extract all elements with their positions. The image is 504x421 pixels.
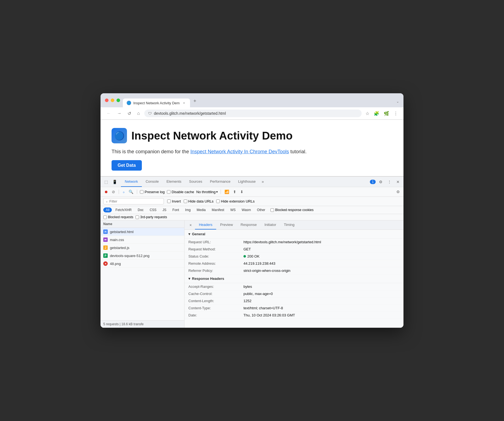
header-row-cache-control: Cache-Control: public, max-age=0: [185, 290, 403, 297]
list-item[interactable]: H getstarted.html: [101, 228, 184, 236]
security-icon: 🛡: [148, 111, 152, 116]
filter-options: Invert Hide data URLs Hide extension URL…: [167, 199, 254, 203]
console-badge[interactable]: 1: [370, 180, 376, 184]
third-party-checkbox[interactable]: [136, 215, 139, 219]
header-row-accept-ranges: Accept-Ranges: bytes: [185, 283, 403, 290]
filter-manifest[interactable]: Manifest: [209, 207, 227, 212]
device-toolbar-icon[interactable]: 📱: [111, 177, 119, 186]
tab-sources[interactable]: Sources: [185, 177, 206, 187]
blocked-cookies-toggle[interactable]: Blocked response cookies: [270, 208, 313, 212]
preserve-log-toggle[interactable]: Preserve log: [140, 190, 165, 194]
disable-cache-toggle[interactable]: Disable cache: [167, 190, 194, 194]
back-button[interactable]: ←: [105, 110, 113, 117]
throttle-label: No throttling: [196, 190, 216, 194]
filter-fetch-xhr[interactable]: Fetch/XHR: [113, 207, 134, 212]
tab-favicon: 🌐: [127, 101, 131, 105]
header-row-status-code: Status Code: 200 OK: [185, 253, 403, 260]
extensions-icon[interactable]: 🧩: [373, 110, 380, 117]
tab-more[interactable]: »: [259, 177, 266, 187]
preserve-log-checkbox[interactable]: [140, 190, 143, 194]
filter-other[interactable]: Other: [254, 207, 268, 212]
list-item[interactable]: ✕ 48.png: [101, 260, 184, 268]
url-bar[interactable]: 🛡 devtools.glitch.me/network/getstarted.…: [144, 110, 362, 117]
blocked-requests-toggle[interactable]: Blocked requests: [103, 215, 133, 219]
record-stop-icon[interactable]: ⏺: [103, 189, 109, 195]
detail-tab-preview[interactable]: Preview: [216, 220, 237, 229]
referrer-policy-key: Referrer Policy:: [188, 269, 243, 273]
active-tab[interactable]: 🌐 Inspect Network Activity Dem ×: [123, 99, 190, 107]
close-devtools-icon[interactable]: ✕: [395, 178, 401, 186]
throttle-select-wrap[interactable]: No throttling ▾: [196, 190, 218, 194]
menu-icon[interactable]: ⋮: [392, 110, 399, 117]
filter-doc[interactable]: Doc: [135, 207, 146, 212]
list-item[interactable]: ✏ main.css: [101, 236, 184, 244]
inspect-element-icon[interactable]: ⬚: [103, 177, 110, 186]
search-icon[interactable]: 🔍: [128, 189, 134, 195]
clear-icon[interactable]: ⊘: [111, 189, 116, 195]
browser-window: 🌐 Inspect Network Activity Dem × + ⌄ ← →…: [101, 93, 403, 328]
blocked-cookies-checkbox[interactable]: [270, 208, 274, 212]
general-section-header[interactable]: ▾ General: [185, 230, 403, 239]
page-title: Inspect Network Activity Demo: [131, 130, 292, 142]
settings-icon[interactable]: ⚙: [377, 178, 384, 186]
disable-cache-checkbox[interactable]: [167, 190, 170, 194]
list-item[interactable]: J getstarted.js: [101, 244, 184, 252]
filter-wasm[interactable]: Wasm: [239, 207, 254, 212]
bookmark-icon[interactable]: ☆: [364, 110, 370, 117]
network-settings-icon[interactable]: ⚙: [395, 189, 401, 195]
more-options-icon[interactable]: ⋮: [386, 178, 393, 186]
tab-console[interactable]: Console: [142, 177, 163, 187]
page-subtitle: This is the companion demo for the Inspe…: [112, 149, 392, 155]
filter-media[interactable]: Media: [194, 207, 208, 212]
filter-icon[interactable]: ⬦: [122, 189, 126, 195]
tab-close-button[interactable]: ×: [182, 101, 186, 105]
new-tab-button[interactable]: +: [191, 97, 199, 107]
hide-extension-urls-toggle[interactable]: Hide extension URLs: [216, 199, 254, 203]
filter-js[interactable]: JS: [160, 207, 169, 212]
filter-img[interactable]: Img: [183, 207, 193, 212]
detail-tab-headers[interactable]: Headers: [195, 220, 216, 229]
response-section-header[interactable]: ▾ Response Headers: [185, 274, 403, 283]
filter-input[interactable]: [109, 199, 148, 203]
tab-overflow-button[interactable]: ⌄: [396, 100, 399, 107]
filter-funnel-icon: ⬦: [106, 199, 108, 203]
filter-ws[interactable]: WS: [228, 207, 238, 212]
subtitle-link[interactable]: Inspect Network Activity In Chrome DevTo…: [190, 149, 289, 154]
filter-css[interactable]: CSS: [147, 207, 159, 212]
third-party-toggle[interactable]: 3rd-party requests: [136, 215, 167, 219]
hide-data-urls-checkbox[interactable]: [184, 199, 187, 203]
detail-tab-timing[interactable]: Timing: [280, 220, 299, 229]
import-har-icon[interactable]: ⬆: [232, 189, 237, 195]
detail-close-button[interactable]: ×: [187, 221, 194, 229]
home-button[interactable]: ⌂: [136, 110, 142, 117]
list-item[interactable]: P devtools-square-512.png: [101, 252, 184, 260]
tab-title: Inspect Network Activity Dem: [133, 101, 180, 105]
network-conditions-icon[interactable]: 📶: [224, 189, 230, 195]
forward-button[interactable]: →: [115, 110, 123, 117]
refresh-button[interactable]: ↺: [126, 110, 133, 117]
browser-toolbar-right: ☆ 🧩 🌿 ⋮: [364, 110, 399, 117]
tab-network[interactable]: Network: [121, 177, 142, 187]
close-traffic-light[interactable]: [105, 99, 109, 102]
detail-tab-response[interactable]: Response: [237, 220, 261, 229]
filter-all[interactable]: All: [103, 207, 112, 212]
invert-checkbox[interactable]: [167, 199, 171, 203]
detail-tab-initiator[interactable]: Initiator: [261, 220, 280, 229]
tab-elements[interactable]: Elements: [162, 177, 185, 187]
invert-toggle[interactable]: Invert: [167, 199, 181, 203]
tab-performance[interactable]: Performance: [206, 177, 234, 187]
hide-data-urls-toggle[interactable]: Hide data URLs: [184, 199, 214, 203]
blocked-requests-checkbox[interactable]: [103, 215, 107, 219]
error-file-icon: ✕: [103, 261, 108, 266]
minimize-traffic-light[interactable]: [111, 99, 114, 102]
maximize-traffic-light[interactable]: [116, 99, 120, 102]
devtools-panel: ⬚ 📱 Network Console Elements Sources Per…: [101, 176, 403, 328]
hide-extension-urls-checkbox[interactable]: [216, 199, 220, 203]
profile-icon[interactable]: 🌿: [383, 110, 390, 117]
header-row-remote-address: Remote Address: 44.219.119.238:443: [185, 260, 403, 267]
header-row-date: Date: Thu, 10 Oct 2024 03:26:03 GMT: [185, 312, 403, 319]
get-data-button[interactable]: Get Data: [112, 160, 142, 171]
filter-font[interactable]: Font: [170, 207, 181, 212]
export-har-icon[interactable]: ⬇: [239, 189, 244, 195]
tab-lighthouse[interactable]: Lighthouse: [234, 177, 260, 187]
